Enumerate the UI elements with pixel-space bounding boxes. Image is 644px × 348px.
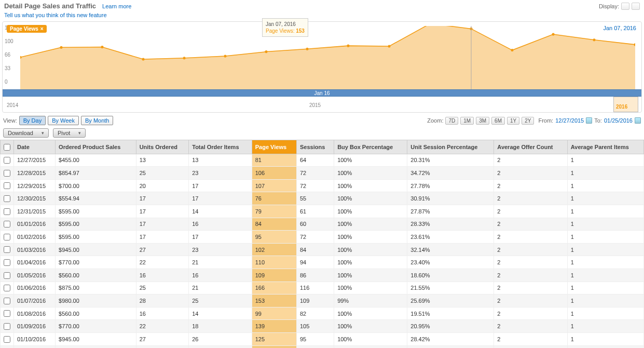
zoom-3m[interactable]: 3M — [476, 117, 489, 125]
cell-pv: 153 — [252, 295, 296, 307]
tooltip-metric: Page Views: — [266, 28, 294, 34]
zoom-2y[interactable]: 2Y — [522, 117, 534, 125]
cell-api: 1 — [567, 269, 643, 282]
cell-sessions: 61 — [297, 205, 334, 218]
row-checkbox[interactable] — [4, 298, 10, 304]
row-checkbox[interactable] — [4, 310, 10, 317]
row-checkbox[interactable] — [4, 285, 10, 291]
learn-more-link[interactable]: Learn more — [102, 3, 131, 9]
col-aoc[interactable]: Average Offer Count — [494, 140, 567, 154]
cell-units: 25 — [136, 282, 189, 295]
feedback-link[interactable]: Tell us what you think of this new featu… — [4, 12, 107, 18]
cell-date: 01/07/2016 — [14, 295, 56, 307]
row-checkbox[interactable] — [4, 221, 10, 227]
calendar-icon[interactable] — [586, 117, 592, 124]
view-by-day[interactable]: By Day — [19, 116, 46, 125]
cell-aoc: 2 — [494, 231, 567, 244]
cell-date: 01/08/2016 — [14, 307, 56, 320]
row-checkbox[interactable] — [4, 170, 10, 177]
view-by-week[interactable]: By Week — [48, 116, 79, 125]
cell-usp: 18.60% — [407, 269, 494, 282]
cell-ops: $595.00 — [56, 218, 136, 231]
to-date[interactable]: 01/25/2016 — [604, 117, 633, 124]
cell-bbp: 100% — [334, 192, 407, 205]
zoom-7d[interactable]: 7D — [445, 117, 458, 125]
svg-point-14 — [593, 38, 595, 41]
col-api[interactable]: Average Parent Items — [567, 140, 643, 154]
col-ops[interactable]: Ordered Product Sales — [56, 140, 136, 154]
cell-usp: 27.27% — [407, 345, 494, 348]
cell-ops: $595.00 — [56, 205, 136, 218]
table-row: 12/31/2015$595.0017147961100%27.87%21 — [1, 205, 644, 218]
zoom-1m[interactable]: 1M — [460, 117, 474, 125]
col-date[interactable]: Date — [14, 140, 56, 154]
cell-pv: 81 — [252, 154, 296, 167]
col-sessions[interactable]: Sessions — [297, 140, 334, 154]
row-checkbox[interactable] — [4, 336, 10, 343]
row-checkbox[interactable] — [4, 157, 10, 164]
display-toggle: Display: — [599, 3, 640, 10]
cell-api: 1 — [567, 205, 643, 218]
feedback-row: Tell us what you think of this new featu… — [0, 12, 644, 21]
cell-aoc: 2 — [494, 192, 567, 205]
row-checkbox[interactable] — [4, 208, 10, 215]
col-bbp[interactable]: Buy Box Percentage — [334, 140, 407, 154]
metric-chip[interactable]: Page Views× — [7, 25, 47, 33]
row-checkbox[interactable] — [4, 195, 10, 202]
from-date[interactable]: 12/27/2015 — [555, 117, 584, 124]
display-grid-icon[interactable] — [621, 3, 629, 10]
cell-usp: 19.51% — [407, 307, 494, 320]
svg-point-6 — [265, 50, 267, 53]
overview-strip[interactable]: 2014 2015 2016 — [3, 97, 641, 112]
chart-body[interactable]: 133 100 66 33 0 — [3, 22, 641, 89]
controls-bar: View: By Day By Week By Month Zoom: 7D 1… — [0, 113, 644, 128]
cell-sessions: 72 — [297, 179, 334, 192]
cell-sessions: 116 — [297, 282, 334, 295]
table-row: 12/28/2015$854.97252310672100%34.72%21 — [1, 167, 644, 180]
zoom-1y[interactable]: 1Y — [507, 117, 519, 125]
cell-api: 1 — [567, 192, 643, 205]
cell-date: 12/27/2015 — [14, 154, 56, 167]
nav-band-label: Jan 16 — [314, 90, 330, 96]
cell-date: 01/04/2016 — [14, 256, 56, 269]
cell-aoc: 2 — [494, 269, 567, 282]
svg-point-1 — [60, 46, 63, 49]
download-dropdown[interactable]: Download — [3, 128, 49, 138]
cell-bbp: 100% — [334, 154, 407, 167]
overview-selection[interactable]: 2016 — [613, 97, 638, 112]
from-label: From: — [538, 117, 553, 124]
select-all-header[interactable] — [1, 140, 14, 154]
view-by-month[interactable]: By Month — [81, 116, 113, 125]
close-icon[interactable]: × — [40, 26, 44, 32]
cell-pv: 79 — [252, 205, 296, 218]
col-usp[interactable]: Unit Session Percentage — [407, 140, 494, 154]
cell-toi: 25 — [189, 295, 252, 307]
nav-band[interactable]: Jan 16 — [3, 89, 641, 97]
row-checkbox[interactable] — [4, 323, 10, 330]
table-row: 01/05/2016$560.00161610986100%18.60%21 — [1, 269, 644, 282]
row-checkbox[interactable] — [4, 272, 10, 279]
zoom-6m[interactable]: 6M — [491, 117, 505, 125]
cell-bbp: 100% — [334, 345, 407, 348]
calendar-icon[interactable] — [635, 117, 641, 124]
cell-api: 1 — [567, 320, 643, 333]
row-checkbox[interactable] — [4, 234, 10, 240]
row-checkbox[interactable] — [4, 182, 10, 189]
cell-pv: 110 — [252, 256, 296, 269]
cell-units: 17 — [136, 231, 189, 244]
chart-date-label: Jan 07, 2016 — [603, 25, 636, 31]
cell-bbp: 100% — [334, 231, 407, 244]
row-checkbox[interactable] — [4, 259, 10, 266]
display-chart-icon[interactable] — [632, 3, 640, 10]
cell-ops: $854.97 — [56, 167, 136, 180]
cell-aoc: 2 — [494, 295, 567, 307]
select-all-checkbox[interactable] — [4, 144, 10, 151]
col-toi[interactable]: Total Order Items — [189, 140, 252, 154]
col-units[interactable]: Units Ordered — [136, 140, 189, 154]
cell-api: 1 — [567, 345, 643, 348]
row-checkbox[interactable] — [4, 246, 10, 253]
cell-pv: 99 — [252, 307, 296, 320]
col-pv[interactable]: Page Views — [252, 140, 296, 154]
pivot-dropdown[interactable]: Pivot — [53, 128, 86, 138]
cell-pv: 95 — [252, 231, 296, 244]
